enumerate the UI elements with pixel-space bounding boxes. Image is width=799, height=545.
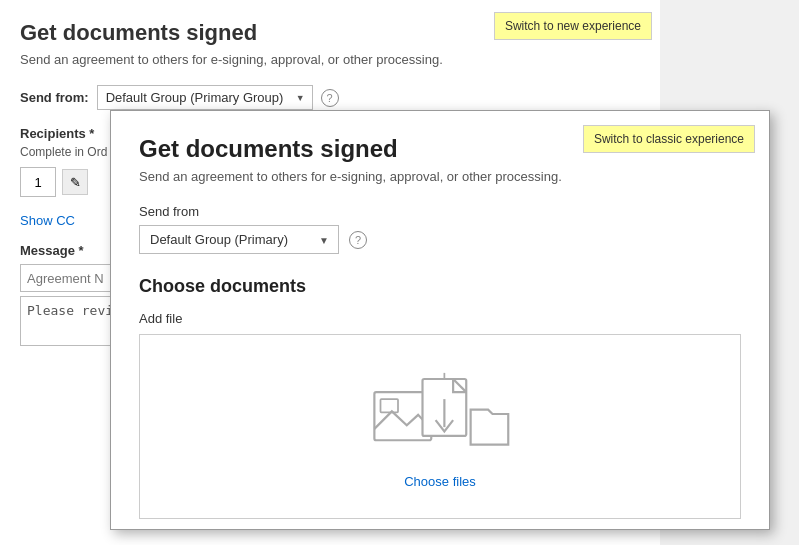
bg-send-from-select[interactable]: Default Group (Primary Group) bbox=[97, 85, 313, 110]
file-drop-area[interactable]: Choose files bbox=[139, 334, 741, 519]
bg-send-from-select-wrapper[interactable]: Default Group (Primary Group) bbox=[97, 85, 313, 110]
modal-subtitle: Send an agreement to others for e-signin… bbox=[139, 169, 741, 184]
modal-send-from-select-wrapper[interactable]: Default Group (Primary) bbox=[139, 225, 339, 254]
bg-help-icon[interactable]: ? bbox=[321, 89, 339, 107]
bg-page-subtitle: Send an agreement to others for e-signin… bbox=[20, 52, 640, 67]
modal-section-title: Choose documents bbox=[139, 276, 741, 297]
switch-new-experience-button[interactable]: Switch to new experience bbox=[494, 12, 652, 40]
switch-classic-experience-button[interactable]: Switch to classic experience bbox=[583, 125, 755, 153]
modal-send-from-select[interactable]: Default Group (Primary) bbox=[139, 225, 339, 254]
modal-add-file-label: Add file bbox=[139, 311, 741, 326]
choose-files-link[interactable]: Choose files bbox=[404, 474, 476, 489]
modal-help-icon[interactable]: ? bbox=[349, 231, 367, 249]
bg-send-from-label: Send from: bbox=[20, 90, 89, 105]
file-upload-icon bbox=[370, 364, 510, 464]
modal-send-from-label: Send from bbox=[139, 204, 741, 219]
bg-show-cc-link[interactable]: Show CC bbox=[20, 213, 75, 228]
modal-panel: Switch to classic experience Get documen… bbox=[110, 110, 770, 530]
bg-order-input[interactable] bbox=[20, 167, 56, 197]
bg-pen-icon[interactable]: ✎ bbox=[62, 169, 88, 195]
bg-send-from-row: Send from: Default Group (Primary Group)… bbox=[20, 85, 640, 110]
svg-rect-1 bbox=[381, 399, 399, 412]
modal-send-from-row: Default Group (Primary) ? bbox=[139, 225, 741, 254]
